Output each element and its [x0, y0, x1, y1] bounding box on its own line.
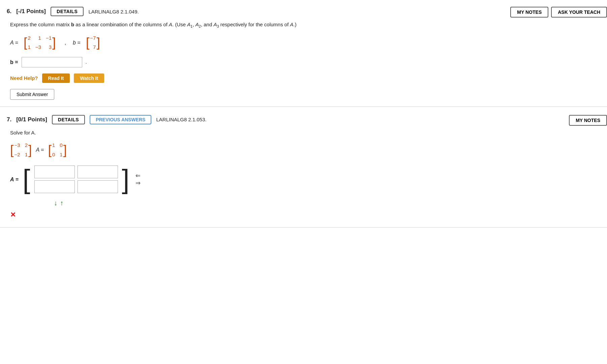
q6-comma: ,: [65, 38, 66, 47]
q7-input-r1c2[interactable]: [78, 165, 118, 178]
q6-need-help-label: Need Help?: [10, 74, 38, 83]
q7-row2-arrow[interactable]: ⇒: [135, 180, 141, 186]
q7-rm-r2c2: 1: [60, 150, 62, 159]
q6-matrix-A-bracket-right: ]: [52, 36, 56, 49]
q6-answer-input[interactable]: [22, 57, 82, 67]
question-7-header: 7. [0/1 Points] DETAILS PREVIOUS ANSWERS…: [7, 115, 597, 124]
q6-top-buttons: MY NOTES ASK YOUR TEACH: [510, 7, 607, 18]
q7-instruction: Solve for A.: [10, 128, 597, 137]
q7-answer-row1: [34, 165, 118, 178]
q6-A-r1c2: 1: [35, 34, 41, 42]
q7-details-button[interactable]: DETAILS: [52, 115, 85, 124]
q7-rm-r2c1: 0: [52, 150, 55, 159]
q7-answer-label: A =: [10, 175, 19, 184]
q7-rm-r1c2: 0: [60, 141, 62, 150]
q7-down-arrow-btn[interactable]: ↓: [54, 199, 57, 207]
q7-right-matrix-grid: 1 0 0 1: [52, 141, 63, 159]
q7-rm-r1c1: 1: [52, 141, 55, 150]
q7-incorrect-mark: ✕: [10, 209, 597, 220]
q6-matrix-A-container: [ 2 1 −1 1 −3 3 ]: [24, 34, 56, 52]
q6-answer-label: b =: [10, 58, 18, 67]
q7-answer-bracket-right: ]: [122, 169, 129, 190]
q7-points: [0/1 Points]: [16, 116, 47, 123]
q7-right-bracket-right: ]: [63, 144, 67, 156]
q6-watch-it-button[interactable]: Watch It: [74, 73, 104, 83]
q6-A-r2c3: 3: [46, 43, 52, 52]
q7-right-bracket-left: [: [48, 144, 52, 156]
q7-row1-arrow[interactable]: ⇐: [135, 173, 141, 179]
q6-number: 6.: [7, 8, 11, 15]
q6-instruction: Express the column matrix b as a linear …: [10, 20, 597, 30]
question-7-body: Solve for A. [ −3 2 −2 1 ] A = [: [10, 128, 597, 221]
q6-b-bold: b: [71, 22, 74, 27]
q6-A-r1c1: 2: [28, 34, 30, 42]
question-7-block: 7. [0/1 Points] DETAILS PREVIOUS ANSWERS…: [0, 108, 607, 228]
q7-answer-bracket-left: [: [23, 169, 30, 190]
q6-A-r2c2: −3: [35, 43, 41, 52]
q6-problem-id: LARLINALG8 2.1.049.: [88, 9, 139, 14]
q6-matrix-A-label: A =: [10, 38, 18, 47]
q7-input-r2c2[interactable]: [78, 180, 118, 193]
q6-points: [-/1 Points]: [16, 8, 46, 15]
q7-left-bracket-right: ]: [28, 144, 32, 156]
q6-matrix-b-container: [ −7 7 ]: [86, 34, 100, 52]
q7-answer-row2: [34, 180, 118, 193]
question-6-header: 6. [-/1 Points] DETAILS LARLINALG8 2.1.0…: [7, 7, 597, 16]
q7-problem-id: LARLINALG8 2.1.053.: [156, 117, 206, 122]
q6-read-it-button[interactable]: Read It: [42, 73, 70, 83]
q6-answer-row: b = .: [10, 57, 597, 67]
q7-lm-r2c1: −2: [14, 150, 20, 159]
q7-lm-r2c2: 1: [25, 150, 28, 159]
q7-lm-r1c1: −3: [14, 141, 20, 150]
q7-right-matrix-container: [ 1 0 0 1 ]: [48, 141, 67, 159]
q6-A-r2c1: 1: [28, 43, 30, 52]
q7-matrix-eq: [ −3 2 −2 1 ] A = [ 1 0 0: [10, 141, 597, 159]
q6-matrix-b-bracket-left: [: [86, 36, 90, 49]
q7-number: 7.: [7, 116, 11, 123]
q7-updown-arrows: ↓ ↑: [54, 199, 597, 207]
q7-answer-matrix: [34, 165, 118, 193]
q6-details-button[interactable]: DETAILS: [51, 7, 84, 16]
q6-period: .: [86, 58, 87, 66]
q6-my-notes-button[interactable]: MY NOTES: [510, 7, 548, 18]
q7-left-bracket-left: [: [10, 144, 14, 156]
q7-input-r2c1[interactable]: [34, 180, 75, 193]
q6-matrix-A-grid: 2 1 −1 1 −3 3: [28, 34, 52, 52]
q7-my-notes-button[interactable]: MY NOTES: [569, 115, 607, 126]
q6-b-r2: 7: [90, 43, 96, 52]
q6-matrix-b-grid: −7 7: [90, 34, 96, 52]
q7-prev-answers-button[interactable]: PREVIOUS ANSWERS: [90, 115, 151, 124]
q6-A-r1c3: −1: [46, 34, 52, 42]
question-6-body: Express the column matrix b as a linear …: [10, 20, 597, 100]
q6-ask-teacher-button[interactable]: ASK YOUR TEACH: [551, 7, 607, 18]
q6-matrix-b-bracket-right: ]: [96, 36, 100, 49]
q7-A-label: A =: [36, 145, 44, 154]
q7-arrow-controls: ⇐ ⇒: [135, 173, 141, 186]
q6-matrix-A-bracket-left: [: [24, 36, 27, 49]
q7-input-r1c1[interactable]: [34, 165, 75, 178]
q7-up-arrow-btn[interactable]: ↑: [60, 199, 63, 207]
page-wrapper: 6. [-/1 Points] DETAILS LARLINALG8 2.1.0…: [0, 0, 607, 364]
q7-left-matrix-container: [ −3 2 −2 1 ]: [10, 141, 32, 159]
question-6-block: 6. [-/1 Points] DETAILS LARLINALG8 2.1.0…: [0, 0, 607, 107]
q7-left-matrix-grid: −3 2 −2 1: [14, 141, 28, 159]
q6-need-help-row: Need Help? Read It Watch It: [10, 73, 597, 83]
q6-submit-button[interactable]: Submit Answer: [10, 89, 54, 100]
q6-matrix-display: A = [ 2 1 −1 1 −3 3 ] , b = [: [10, 34, 597, 52]
q7-answer-container: A = [ ] ⇐ ⇒: [10, 165, 597, 193]
q7-top-buttons: MY NOTES: [569, 115, 607, 126]
q7-lm-r1c2: 2: [25, 141, 28, 150]
q6-b-r1: −7: [90, 34, 96, 42]
q6-matrix-b-label: b =: [73, 38, 81, 47]
